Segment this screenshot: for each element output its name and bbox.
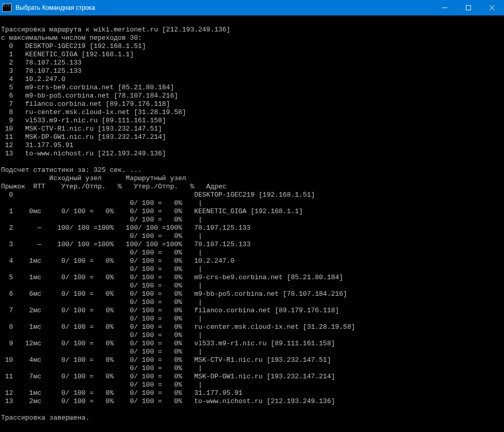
- terminal-output[interactable]: Трассировка маршрута к wiki.merionet.ru …: [0, 15, 504, 432]
- minimize-button[interactable]: [433, 0, 457, 15]
- titlebar: Выбрать Командная строка: [0, 0, 504, 15]
- cmd-window: Выбрать Командная строка Трассировка мар…: [0, 0, 504, 432]
- cmd-icon: [0, 4, 13, 12]
- window-title: Выбрать Командная строка: [13, 4, 433, 11]
- close-button[interactable]: [480, 0, 504, 15]
- window-controls: [433, 0, 504, 15]
- svg-rect-0: [466, 6, 471, 10]
- maximize-button[interactable]: [457, 0, 480, 15]
